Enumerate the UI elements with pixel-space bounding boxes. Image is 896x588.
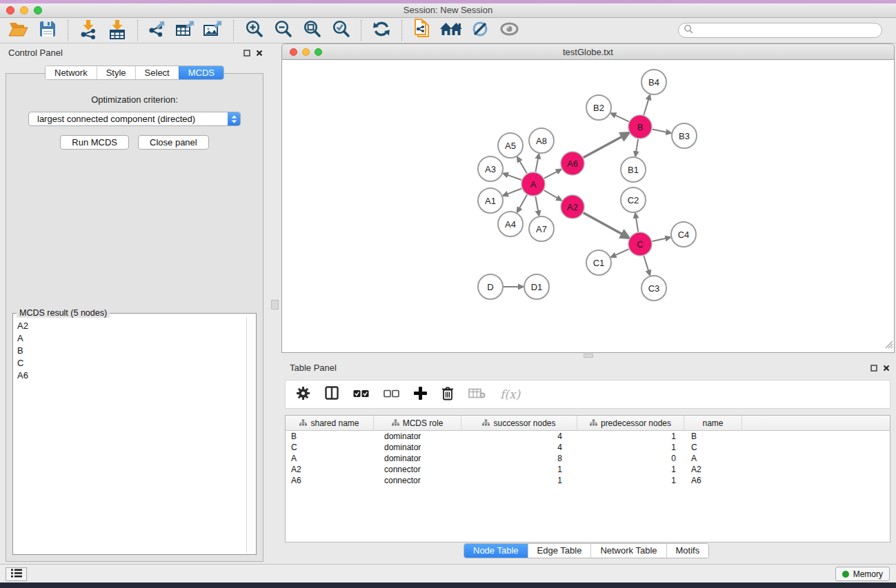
graph-edge-C-C3[interactable] <box>644 256 648 272</box>
mcds-result-list[interactable]: A2ABCA6 <box>14 318 245 553</box>
graph-edge-C-C4[interactable] <box>653 239 667 242</box>
tab-mcds[interactable]: MCDS <box>179 66 223 79</box>
float-panel-icon[interactable] <box>243 49 251 57</box>
splitter-handle[interactable] <box>271 300 279 310</box>
save-session-button[interactable] <box>36 19 59 41</box>
close-panel-button[interactable]: Close panel <box>138 135 209 150</box>
graph-node-C2[interactable]: C2 <box>621 187 646 212</box>
horizontal-splitter[interactable] <box>281 353 896 358</box>
deselect-all-icon[interactable] <box>384 388 399 401</box>
graph-edge-B-B1[interactable] <box>636 139 638 152</box>
close-table-panel-icon[interactable] <box>882 364 890 372</box>
graph-node-A8[interactable]: A8 <box>529 128 554 153</box>
zoom-selected-button[interactable] <box>329 19 352 41</box>
graph-edge-A-A4[interactable] <box>519 195 528 210</box>
graph-edge-A2-C[interactable] <box>584 213 624 235</box>
run-mcds-button[interactable]: Run MCDS <box>60 135 129 150</box>
tab-node-table[interactable]: Node Table <box>464 544 528 558</box>
criterion-dropdown[interactable]: largest connected component (directed) <box>28 112 241 126</box>
refresh-view-button[interactable] <box>370 19 393 41</box>
home-button[interactable] <box>439 19 463 41</box>
zoom-fit-button[interactable] <box>300 19 323 41</box>
graph-edge-A-A5[interactable] <box>519 161 527 174</box>
graph-edge-C-C2[interactable] <box>636 217 638 232</box>
graph-node-B[interactable]: B <box>628 115 652 139</box>
column-header-MCDS-role[interactable]: MCDS role <box>374 416 461 430</box>
graph-edge-B-B4[interactable] <box>644 99 648 115</box>
mcds-result-item[interactable]: C <box>14 357 245 369</box>
zoom-out-button[interactable] <box>271 19 295 41</box>
hide-panel-button[interactable] <box>468 19 492 41</box>
column-header-successor-nodes[interactable]: successor nodes <box>461 416 577 430</box>
graph-node-A[interactable]: A <box>521 172 545 196</box>
tab-network[interactable]: Network <box>46 66 97 79</box>
import-network-button[interactable] <box>77 19 100 41</box>
minimize-network-window-button[interactable] <box>302 48 310 56</box>
tab-style[interactable]: Style <box>97 66 135 79</box>
table-settings-button[interactable] <box>296 386 310 403</box>
zoom-window-button[interactable] <box>34 6 42 14</box>
tab-network-table[interactable]: Network Table <box>590 544 666 558</box>
graph-node-C[interactable]: C <box>628 232 652 256</box>
table-row[interactable]: Bdominator41B <box>286 431 890 442</box>
graph-node-A3[interactable]: A3 <box>478 156 503 181</box>
import-table-button[interactable] <box>106 19 129 41</box>
mcds-result-item[interactable]: A2 <box>14 320 245 332</box>
graph-edge-A-A7[interactable] <box>535 196 538 212</box>
graph-node-B2[interactable]: B2 <box>586 95 611 120</box>
graph-node-C4[interactable]: C4 <box>671 222 696 247</box>
vertical-splitter[interactable] <box>269 43 281 564</box>
export-image-button[interactable] <box>201 19 225 41</box>
graph-node-A5[interactable]: A5 <box>498 133 523 158</box>
float-table-panel-icon[interactable] <box>870 364 878 372</box>
graph-node-A1[interactable]: A1 <box>478 188 503 213</box>
show-view-button[interactable] <box>497 19 521 41</box>
graph-edge-B-B2[interactable] <box>615 115 629 122</box>
graph-node-C1[interactable]: C1 <box>586 250 611 275</box>
graph-node-B4[interactable]: B4 <box>641 70 666 94</box>
add-column-button[interactable] <box>414 387 427 403</box>
column-header-name[interactable]: name <box>684 416 742 430</box>
graph-node-B1[interactable]: B1 <box>621 157 646 182</box>
task-history-button[interactable] <box>6 567 27 581</box>
graph-edge-A-A2[interactable] <box>544 190 559 199</box>
mcds-result-item[interactable]: A <box>14 332 245 345</box>
graph-node-A4[interactable]: A4 <box>498 212 523 236</box>
graph-edge-A-A6[interactable] <box>544 171 558 178</box>
graph-edge-B-B3[interactable] <box>653 130 668 132</box>
minimize-window-button[interactable] <box>20 6 28 14</box>
search-input[interactable] <box>693 24 882 37</box>
tab-edge-table[interactable]: Edge Table <box>528 544 591 558</box>
global-search-field[interactable] <box>678 23 882 38</box>
network-canvas[interactable]: B4B2BB3A8A5A6A3B1AA1C2A2A4A7C4CC1DD1C3 <box>281 60 895 353</box>
table-row[interactable]: A6connector11A6 <box>286 475 890 486</box>
memory-button[interactable]: Memory <box>835 567 890 581</box>
result-scrollbar[interactable] <box>246 318 255 553</box>
table-row[interactable]: A2connector11A2 <box>286 464 890 475</box>
close-panel-icon[interactable] <box>255 49 263 57</box>
select-all-icon[interactable] <box>353 388 369 401</box>
graph-node-D1[interactable]: D1 <box>524 274 549 299</box>
splitter-handle[interactable] <box>584 354 593 358</box>
mcds-result-item[interactable]: B <box>14 345 245 357</box>
table-row[interactable]: Adominator80A <box>286 453 890 464</box>
delete-column-button[interactable] <box>441 386 454 403</box>
export-table-button[interactable] <box>174 19 197 41</box>
graph-edge-A6-B[interactable] <box>584 136 624 157</box>
open-session-button[interactable] <box>7 19 30 41</box>
column-header-shared-name[interactable]: shared name <box>286 416 374 430</box>
graph-edge-A-A8[interactable] <box>535 158 538 172</box>
graph-node-A7[interactable]: A7 <box>529 216 554 241</box>
mcds-result-item[interactable]: A6 <box>14 369 245 382</box>
graph-edge-A-A1[interactable] <box>507 189 522 194</box>
graph-node-D[interactable]: D <box>478 274 503 299</box>
column-visibility-button[interactable] <box>325 386 339 403</box>
tab-motifs[interactable]: Motifs <box>666 544 709 558</box>
graph-node-A2[interactable]: A2 <box>561 195 584 219</box>
close-window-button[interactable] <box>6 6 14 14</box>
graph-node-C3[interactable]: C3 <box>641 276 666 301</box>
open-network-file-button[interactable] <box>410 19 434 41</box>
zoom-network-window-button[interactable] <box>315 48 322 56</box>
graph-node-B3[interactable]: B3 <box>672 123 697 148</box>
graph-edge-A-A3[interactable] <box>507 174 521 180</box>
